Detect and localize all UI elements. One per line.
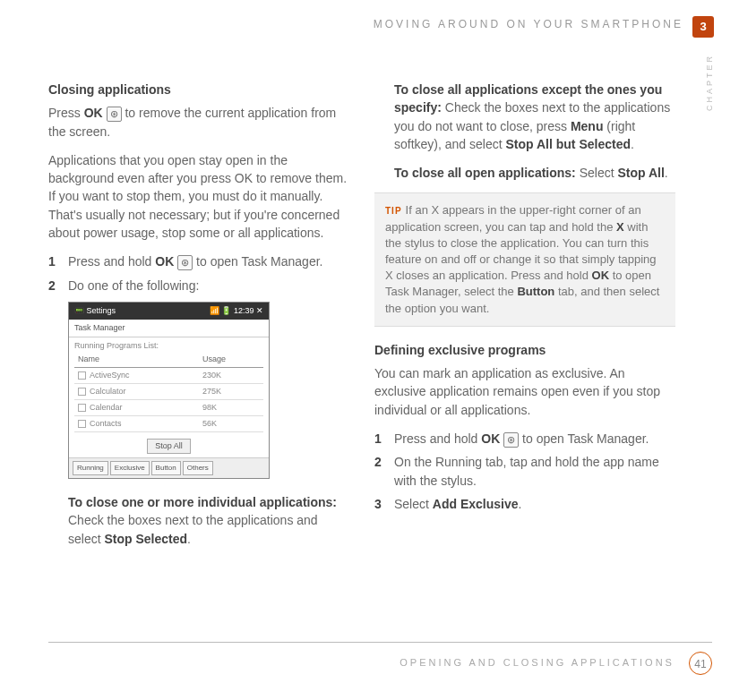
page-number: 41 xyxy=(689,652,712,675)
step-1: 1 Press and hold OK to open Task Manager… xyxy=(48,252,349,270)
close-all-instruction: To close all open applications: Select S… xyxy=(374,164,675,182)
step-number: 2 xyxy=(48,277,68,295)
excl-step-3: 3 Select Add Exclusive. xyxy=(374,495,675,513)
step-2: 2 Do one of the following: xyxy=(48,277,349,295)
closing-apps-intro: Press OK to remove the current applicati… xyxy=(48,104,349,141)
table-row: ActiveSync230K xyxy=(74,368,263,384)
close-except-instruction: To close all applications except the one… xyxy=(374,81,675,153)
chapter-number-tab: 3 xyxy=(692,16,714,38)
tip-box: TIPIf an X appears in the upper-right co… xyxy=(374,192,675,326)
ss-tab: Button xyxy=(151,461,181,475)
right-column: To close all applications except the one… xyxy=(374,81,675,559)
table-row: Calculator275K xyxy=(74,384,263,400)
footer-section-title: OPENING AND CLOSING APPLICATIONS xyxy=(400,657,675,668)
task-manager-screenshot: 📟 Settings 📶 🔋 12:39 ✕ Task Manager Runn… xyxy=(68,302,270,479)
ss-tab: Others xyxy=(183,461,213,475)
ss-tab: Exclusive xyxy=(110,461,150,475)
excl-step-1: 1 Press and hold OK to open Task Manager… xyxy=(374,430,675,448)
ok-button-icon xyxy=(177,255,193,270)
table-row: Calendar98K xyxy=(74,400,263,416)
chapter-label: CHAPTER xyxy=(705,54,714,111)
ss-clock: 📶 🔋 12:39 ✕ xyxy=(210,305,263,317)
tip-label: TIP xyxy=(385,206,402,216)
table-row: Contacts56K xyxy=(74,416,263,432)
step-number: 2 xyxy=(374,453,394,490)
ss-stop-all-button: Stop All xyxy=(147,439,191,454)
excl-step-2: 2 On the Running tab, tap and hold the a… xyxy=(374,453,675,490)
closing-apps-heading: Closing applications xyxy=(48,81,349,98)
exclusive-heading: Defining exclusive programs xyxy=(374,341,675,359)
ss-tab: Running xyxy=(73,461,108,475)
left-column: Closing applications Press OK to remove … xyxy=(48,81,349,559)
ss-program-table: NameUsage ActiveSync230K Calculator275K … xyxy=(74,352,263,432)
step-number: 3 xyxy=(374,495,394,513)
step-number: 1 xyxy=(48,252,68,270)
exclusive-intro: You can mark an application as exclusive… xyxy=(374,364,675,419)
page-footer: OPENING AND CLOSING APPLICATIONS 41 xyxy=(48,642,712,675)
ss-subtitle: Task Manager xyxy=(69,320,269,337)
ok-button-icon xyxy=(107,107,122,122)
ok-button-icon xyxy=(503,432,519,448)
closing-apps-background: Applications that you open stay open in … xyxy=(48,151,349,242)
ss-running-label: Running Programs List: xyxy=(74,340,263,352)
running-header: MOVING AROUND ON YOUR SMARTPHONE xyxy=(374,18,683,30)
step-number: 1 xyxy=(374,430,394,448)
ss-title: 📟 Settings xyxy=(74,305,116,317)
close-individual-instruction: To close one or more individual applicat… xyxy=(48,493,349,548)
